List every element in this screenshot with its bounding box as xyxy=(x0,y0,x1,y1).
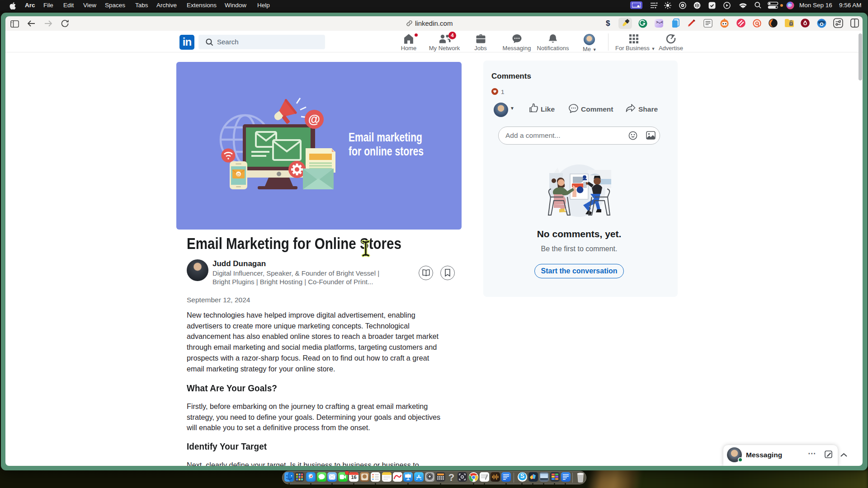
svg-text:for online stores: for online stores xyxy=(349,144,424,158)
svg-text:Email marketing: Email marketing xyxy=(349,130,422,144)
svg-text:@: @ xyxy=(308,113,320,126)
svg-text:@: @ xyxy=(236,172,241,177)
